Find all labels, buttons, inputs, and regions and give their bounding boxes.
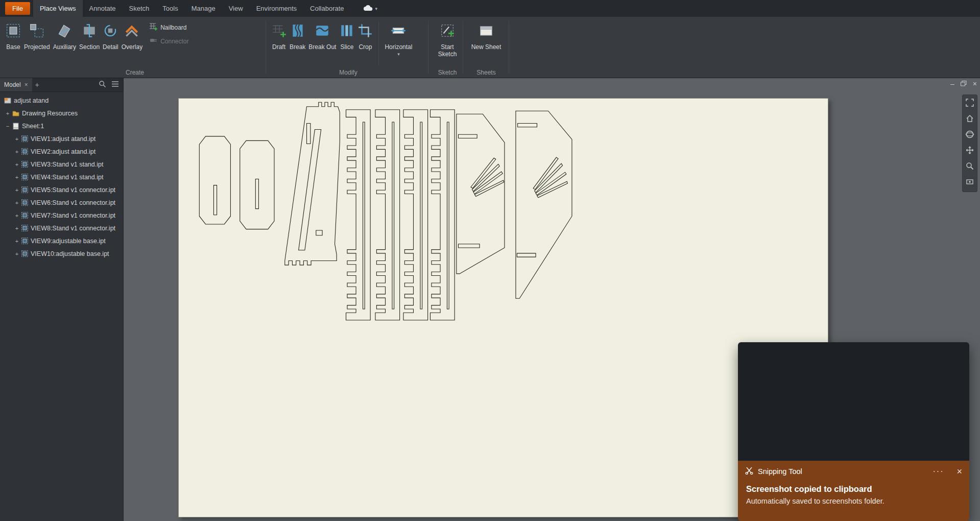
look-at-icon [966, 178, 974, 188]
close-icon[interactable]: × [25, 81, 28, 88]
fullscreen-button[interactable] [964, 98, 976, 110]
part-outline-side-panel-1[interactable] [457, 114, 505, 274]
screenshot-thumbnail [738, 342, 969, 461]
tab-annotate[interactable]: Annotate [83, 0, 123, 17]
slice-button[interactable]: Slice [338, 18, 356, 53]
section-view-button[interactable]: Section [78, 18, 101, 53]
group-label-sheets[interactable]: Sheets [466, 69, 507, 76]
tree-item-view1[interactable]: + VIEW1:adjust atand.ipt [0, 132, 123, 145]
expand-icon[interactable]: + [13, 161, 20, 168]
expand-icon[interactable]: + [13, 212, 20, 219]
expand-icon[interactable]: + [13, 149, 20, 155]
tab-view[interactable]: View [222, 0, 250, 17]
auxiliary-icon [57, 20, 72, 41]
expand-icon[interactable]: + [13, 136, 20, 142]
tree-item-view8[interactable]: + VIEW8:Stand v1 connector.ipt [0, 222, 123, 234]
notification-toast[interactable]: Snipping Tool ··· × Screenshot copied to… [738, 342, 969, 521]
tree-item-drawing-resources[interactable]: + Drawing Resources [0, 107, 123, 120]
folder-icon [12, 110, 19, 117]
part-outline-rack-3[interactable] [403, 110, 428, 320]
close-icon[interactable]: × [973, 80, 977, 87]
chevron-down-icon: ▾ [375, 6, 378, 11]
look-at-button[interactable] [964, 177, 976, 189]
detail-view-button[interactable]: Detail [101, 18, 120, 53]
start-sketch-button[interactable]: Start Sketch [434, 18, 461, 60]
horizontal-button[interactable]: Horizontal ▾ [383, 18, 414, 59]
part-outline-side-panel-2[interactable] [516, 111, 572, 298]
expand-icon[interactable]: + [13, 238, 20, 244]
tree-item-view10[interactable]: + VIEW10:adjustable base.ipt [0, 247, 123, 260]
part-outline-plate-b[interactable] [240, 140, 274, 229]
tree-item-sheet1[interactable]: − Sheet:1 [0, 120, 123, 132]
part-outline-plate-a[interactable] [199, 136, 230, 224]
group-label-modify[interactable]: Modify [270, 69, 427, 76]
browser-search-button[interactable] [99, 80, 106, 90]
tab-collaborate[interactable]: Collaborate [303, 0, 351, 17]
new-sheet-icon [479, 20, 494, 41]
tab-tools[interactable]: Tools [156, 0, 184, 17]
close-icon[interactable]: × [957, 466, 962, 477]
navigation-toolbar [962, 94, 977, 192]
drawing-view-icon [21, 148, 28, 155]
browser-menu-button[interactable] [111, 80, 119, 89]
expand-icon[interactable]: + [4, 110, 11, 116]
tree-item-view3[interactable]: + VIEW3:Stand v1 stand.ipt [0, 158, 123, 171]
projected-view-button[interactable]: Projected [22, 18, 52, 53]
cloud-status-button[interactable]: ▾ [358, 0, 383, 17]
pan-button[interactable] [964, 145, 976, 157]
tree-item-document[interactable]: adjust atand [0, 94, 123, 107]
tab-sketch[interactable]: Sketch [123, 0, 156, 17]
base-view-button[interactable]: Base [4, 18, 22, 53]
tree-item-view9[interactable]: + VIEW9:adjustable base.ipt [0, 234, 123, 247]
orbit-button[interactable] [964, 129, 976, 141]
part-outline-rack-4[interactable] [431, 110, 455, 320]
zoom-button[interactable] [964, 161, 976, 173]
part-outline-rack-1[interactable] [346, 110, 371, 320]
tree-item-view4[interactable]: + VIEW4:Stand v1 stand.ipt [0, 171, 123, 183]
auxiliary-view-button[interactable]: Auxiliary [52, 18, 78, 53]
group-label-create[interactable]: Create [4, 69, 266, 76]
expand-icon[interactable]: + [13, 200, 20, 206]
collapse-icon[interactable]: − [4, 123, 11, 129]
expand-icon[interactable]: + [13, 187, 20, 193]
home-view-button[interactable] [964, 113, 976, 126]
tab-manage[interactable]: Manage [185, 0, 222, 17]
tree-item-view6[interactable]: + VIEW6:Stand v1 connector.ipt [0, 196, 123, 209]
more-options-icon[interactable]: ··· [933, 467, 944, 476]
draft-icon [271, 20, 286, 41]
break-out-button[interactable]: Break Out [307, 18, 338, 53]
overlay-icon [124, 20, 139, 41]
ribbon-group-sketch: Start Sketch Sketch [431, 17, 464, 78]
model-browser-panel: Model × + adjust atand [0, 78, 124, 521]
part-outline-stand[interactable] [285, 102, 340, 265]
tree-item-view2[interactable]: + VIEW2:adjust atand.ipt [0, 145, 123, 158]
group-label-sketch[interactable]: Sketch [431, 69, 464, 76]
button-label: Draft [272, 43, 285, 51]
expand-icon[interactable]: + [13, 251, 20, 257]
nailboard-button[interactable]: Nailboard [149, 22, 188, 32]
new-sheet-button[interactable]: New Sheet [470, 18, 503, 53]
pan-hand-icon [966, 146, 974, 156]
break-button[interactable]: Break [288, 18, 307, 53]
expand-icon[interactable]: + [13, 174, 20, 180]
tab-environments[interactable]: Environments [250, 0, 303, 17]
nailboard-icon [149, 22, 157, 32]
expand-icon[interactable]: + [13, 225, 20, 231]
crop-button[interactable]: Crop [356, 18, 374, 53]
app-window: File Place Views Annotate Sketch Tools M… [0, 0, 980, 521]
connector-button[interactable]: Connector [149, 36, 188, 46]
browser-tree: adjust atand + Drawing Resources − Sheet… [0, 92, 123, 260]
tree-item-view5[interactable]: + VIEW5:Stand v1 connector.ipt [0, 183, 123, 196]
overlay-view-button[interactable]: Overlay [120, 18, 144, 53]
drawing-sheet[interactable] [178, 98, 828, 517]
add-browser-tab-button[interactable]: + [32, 81, 42, 89]
file-menu-button[interactable]: File [5, 2, 30, 15]
minimize-icon[interactable]: – [950, 80, 954, 87]
restore-icon[interactable] [961, 80, 967, 87]
tree-item-view7[interactable]: + VIEW7:Stand v1 connector.ipt [0, 209, 123, 222]
draft-button[interactable]: Draft [270, 18, 288, 53]
part-outline-rack-2[interactable] [375, 110, 400, 320]
browser-tab-model[interactable]: Model × [0, 78, 32, 91]
tab-place-views[interactable]: Place Views [33, 0, 83, 17]
section-icon [82, 20, 97, 41]
